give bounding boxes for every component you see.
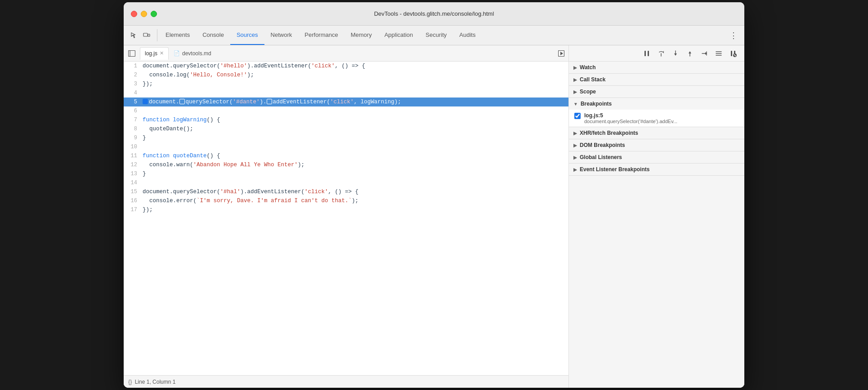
tab-bar: Elements Console Sources Network Perform… [124,26,744,45]
svg-rect-0 [143,33,148,36]
window-title: DevTools - devtools.glitch.me/console/lo… [374,10,494,17]
watch-arrow-icon: ▶ [573,65,577,70]
svg-rect-7 [648,51,649,56]
sidebar-toggle-icon[interactable] [125,47,138,60]
tab-audits[interactable]: Audits [453,26,482,45]
breakpoints-section: ▼ Breakpoints log.js:5 document.querySel… [569,98,744,127]
breakpoint-info: log.js:5 document.querySelector('#dante'… [584,112,739,124]
file-icon: 📄 [174,50,180,56]
tab-bar-icons [125,26,155,45]
code-line-1: 1 document.querySelector('#hello').addEv… [124,62,568,71]
scope-header[interactable]: ▶ Scope [569,86,744,98]
scope-arrow-icon: ▶ [573,89,577,94]
scope-section: ▶ Scope [569,86,744,98]
svg-rect-20 [731,51,732,56]
xhr-fetch-header[interactable]: ▶ XHR/fetch Breakpoints [569,127,744,139]
devtools-window: DevTools - devtools.glitch.me/console/lo… [124,2,744,388]
status-bar: {} Line 1, Column 1 [124,375,568,388]
svg-rect-6 [644,51,646,56]
step-into-button[interactable] [670,48,681,59]
watch-header[interactable]: ▶ Watch [569,62,744,73]
file-tabs-end [556,48,567,59]
breakpoints-body: log.js:5 document.querySelector('#dante'… [569,110,744,127]
inspect-icon[interactable] [129,31,139,40]
tab-memory[interactable]: Memory [345,26,378,45]
traffic-lights [131,11,157,17]
call-stack-label: Call Stack [580,76,605,83]
xhr-fetch-section: ▶ XHR/fetch Breakpoints [569,127,744,139]
step-over-button[interactable] [655,48,667,59]
debugger-toolbar [569,45,744,62]
dom-breakpoints-header[interactable]: ▶ DOM Breakpoints [569,139,744,151]
breakpoint-item: log.js:5 document.querySelector('#dante'… [569,110,744,127]
step-out-button[interactable] [684,48,696,59]
code-line-8: 8 quoteDante(); [124,124,568,133]
code-line-15: 15 document.querySelector('#hal').addEve… [124,187,568,196]
scope-label: Scope [580,89,596,95]
minimize-button[interactable] [141,11,147,17]
breakpoint-marker [143,99,148,104]
tab-performance[interactable]: Performance [298,26,344,45]
global-listeners-header[interactable]: ▶ Global Listeners [569,151,744,163]
code-editor[interactable]: 1 document.querySelector('#hello').addEv… [124,62,568,375]
svg-rect-2 [129,50,135,56]
tab-application[interactable]: Application [378,26,420,45]
code-line-6: 6 [124,106,568,115]
tab-bar-end: ⋮ [728,26,743,45]
tab-network[interactable]: Network [264,26,299,45]
code-line-9: 9 } [124,133,568,142]
file-tab-label: devtools.md [182,50,211,57]
tab-console[interactable]: Console [196,26,230,45]
pause-on-exceptions-button[interactable] [727,48,739,59]
global-listeners-section: ▶ Global Listeners [569,151,744,164]
file-tab-label: log.js [145,50,157,57]
pause-resume-button[interactable] [641,48,653,59]
format-icon[interactable]: {} [128,378,132,385]
code-line-2: 2 console.log('Hello, Console!'); [124,71,568,80]
maximize-button[interactable] [151,11,157,17]
step-button[interactable] [698,48,710,59]
breakpoints-label: Breakpoints [581,101,612,107]
watch-section: ▶ Watch [569,62,744,74]
more-tabs-button[interactable]: ⋮ [728,30,739,41]
code-line-7: 7 function logWarning() { [124,115,568,124]
code-line-16: 16 console.error(`I'm sorry, Dave. I'm a… [124,196,568,205]
code-line-14: 14 [124,178,568,187]
tab-elements[interactable]: Elements [159,26,196,45]
code-line-5: 5 document.querySelector('#dante').addEv… [124,98,568,106]
file-tab-devtools-md[interactable]: 📄 devtools.md [169,47,216,60]
tab-security[interactable]: Security [419,26,453,45]
call-stack-header[interactable]: ▶ Call Stack [569,74,744,85]
watch-label: Watch [580,64,596,71]
main-area: log.js ✕ 📄 devtools.md [124,45,744,388]
svg-rect-1 [148,34,150,36]
title-bar: DevTools - devtools.glitch.me/console/lo… [124,2,744,26]
breakpoint-checkbox[interactable] [574,113,581,119]
svg-marker-5 [560,52,563,55]
tab-sources[interactable]: Sources [230,26,264,45]
svg-marker-13 [689,51,691,53]
breakpoints-header[interactable]: ▼ Breakpoints [569,98,744,110]
device-toolbar-icon[interactable] [142,31,152,40]
call-stack-arrow-icon: ▶ [573,77,577,82]
event-listener-breakpoints-label: Event Listener Breakpoints [580,166,649,173]
event-listener-breakpoints-arrow-icon: ▶ [573,167,577,172]
event-listener-breakpoints-header[interactable]: ▶ Event Listener Breakpoints [569,164,744,175]
code-line-13: 13 } [124,169,568,178]
global-listeners-label: Global Listeners [580,154,622,160]
run-snippet-icon[interactable] [556,48,567,59]
svg-marker-8 [663,51,664,53]
close-button[interactable] [131,11,137,17]
file-tab-log-js[interactable]: log.js ✕ [140,47,169,60]
tab-separator [157,29,157,41]
deactivate-breakpoints-button[interactable] [713,48,725,59]
breakpoint-code: document.querySelector('#dante').addEv..… [584,119,739,124]
code-line-4: 4 [124,89,568,98]
svg-marker-11 [674,53,677,56]
file-tab-close-icon[interactable]: ✕ [160,50,164,56]
code-line-11: 11 function quoteDante() { [124,151,568,160]
dom-breakpoints-arrow-icon: ▶ [573,143,577,148]
global-listeners-arrow-icon: ▶ [573,155,577,160]
xhr-fetch-label: XHR/fetch Breakpoints [580,130,638,136]
right-panel: ▶ Watch ▶ Call Stack ▶ Scope [569,45,744,388]
